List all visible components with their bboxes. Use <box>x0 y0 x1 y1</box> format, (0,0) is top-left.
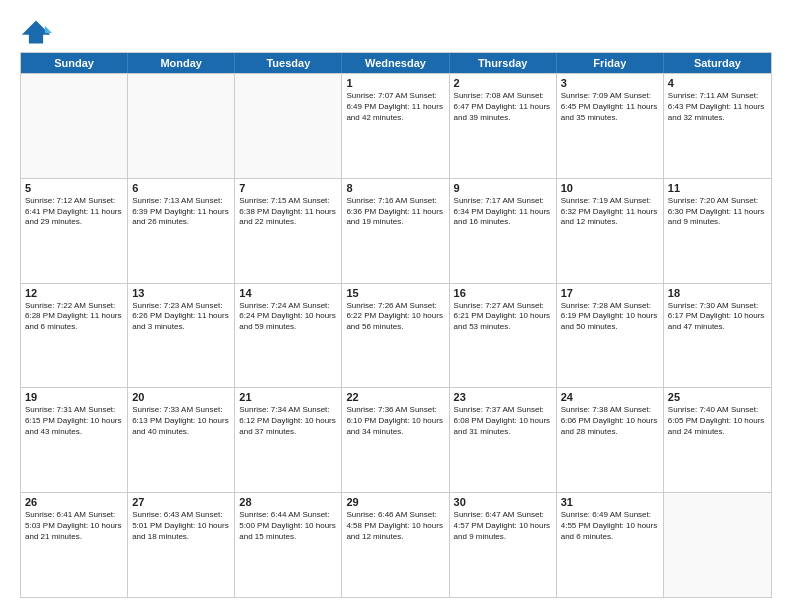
calendar-cell: 16Sunrise: 7:27 AM Sunset: 6:21 PM Dayli… <box>450 284 557 388</box>
day-number: 15 <box>346 287 444 299</box>
day-number: 16 <box>454 287 552 299</box>
page: SundayMondayTuesdayWednesdayThursdayFrid… <box>0 0 792 612</box>
calendar-cell: 18Sunrise: 7:30 AM Sunset: 6:17 PM Dayli… <box>664 284 771 388</box>
day-number: 28 <box>239 496 337 508</box>
day-number: 12 <box>25 287 123 299</box>
day-info: Sunrise: 7:34 AM Sunset: 6:12 PM Dayligh… <box>239 405 337 437</box>
calendar-cell: 7Sunrise: 7:15 AM Sunset: 6:38 PM Daylig… <box>235 179 342 283</box>
calendar-cell: 3Sunrise: 7:09 AM Sunset: 6:45 PM Daylig… <box>557 74 664 178</box>
day-number: 7 <box>239 182 337 194</box>
day-number: 22 <box>346 391 444 403</box>
calendar-cell: 29Sunrise: 6:46 AM Sunset: 4:58 PM Dayli… <box>342 493 449 597</box>
day-info: Sunrise: 7:26 AM Sunset: 6:22 PM Dayligh… <box>346 301 444 333</box>
day-number: 2 <box>454 77 552 89</box>
day-number: 4 <box>668 77 767 89</box>
day-info: Sunrise: 7:15 AM Sunset: 6:38 PM Dayligh… <box>239 196 337 228</box>
calendar-cell: 14Sunrise: 7:24 AM Sunset: 6:24 PM Dayli… <box>235 284 342 388</box>
day-info: Sunrise: 7:11 AM Sunset: 6:43 PM Dayligh… <box>668 91 767 123</box>
day-info: Sunrise: 7:22 AM Sunset: 6:28 PM Dayligh… <box>25 301 123 333</box>
day-info: Sunrise: 6:46 AM Sunset: 4:58 PM Dayligh… <box>346 510 444 542</box>
day-number: 5 <box>25 182 123 194</box>
day-info: Sunrise: 7:27 AM Sunset: 6:21 PM Dayligh… <box>454 301 552 333</box>
day-info: Sunrise: 7:17 AM Sunset: 6:34 PM Dayligh… <box>454 196 552 228</box>
day-number: 19 <box>25 391 123 403</box>
calendar-cell: 13Sunrise: 7:23 AM Sunset: 6:26 PM Dayli… <box>128 284 235 388</box>
day-number: 17 <box>561 287 659 299</box>
calendar-header-day: Tuesday <box>235 53 342 73</box>
calendar-cell: 11Sunrise: 7:20 AM Sunset: 6:30 PM Dayli… <box>664 179 771 283</box>
day-info: Sunrise: 7:13 AM Sunset: 6:39 PM Dayligh… <box>132 196 230 228</box>
day-number: 20 <box>132 391 230 403</box>
calendar-cell: 24Sunrise: 7:38 AM Sunset: 6:06 PM Dayli… <box>557 388 664 492</box>
day-info: Sunrise: 6:44 AM Sunset: 5:00 PM Dayligh… <box>239 510 337 542</box>
day-info: Sunrise: 7:20 AM Sunset: 6:30 PM Dayligh… <box>668 196 767 228</box>
calendar-header-day: Sunday <box>21 53 128 73</box>
calendar: SundayMondayTuesdayWednesdayThursdayFrid… <box>20 52 772 598</box>
day-info: Sunrise: 7:07 AM Sunset: 6:49 PM Dayligh… <box>346 91 444 123</box>
calendar-cell: 19Sunrise: 7:31 AM Sunset: 6:15 PM Dayli… <box>21 388 128 492</box>
calendar-cell <box>664 493 771 597</box>
calendar-body: 1Sunrise: 7:07 AM Sunset: 6:49 PM Daylig… <box>21 73 771 597</box>
calendar-week: 12Sunrise: 7:22 AM Sunset: 6:28 PM Dayli… <box>21 283 771 388</box>
calendar-cell: 9Sunrise: 7:17 AM Sunset: 6:34 PM Daylig… <box>450 179 557 283</box>
logo <box>20 18 56 46</box>
calendar-cell: 10Sunrise: 7:19 AM Sunset: 6:32 PM Dayli… <box>557 179 664 283</box>
day-number: 29 <box>346 496 444 508</box>
calendar-cell: 31Sunrise: 6:49 AM Sunset: 4:55 PM Dayli… <box>557 493 664 597</box>
calendar-cell: 25Sunrise: 7:40 AM Sunset: 6:05 PM Dayli… <box>664 388 771 492</box>
header <box>20 18 772 46</box>
logo-icon <box>20 18 52 46</box>
calendar-cell: 17Sunrise: 7:28 AM Sunset: 6:19 PM Dayli… <box>557 284 664 388</box>
day-number: 18 <box>668 287 767 299</box>
calendar-cell: 15Sunrise: 7:26 AM Sunset: 6:22 PM Dayli… <box>342 284 449 388</box>
calendar-cell: 2Sunrise: 7:08 AM Sunset: 6:47 PM Daylig… <box>450 74 557 178</box>
day-number: 11 <box>668 182 767 194</box>
day-info: Sunrise: 7:12 AM Sunset: 6:41 PM Dayligh… <box>25 196 123 228</box>
day-info: Sunrise: 6:43 AM Sunset: 5:01 PM Dayligh… <box>132 510 230 542</box>
calendar-cell: 12Sunrise: 7:22 AM Sunset: 6:28 PM Dayli… <box>21 284 128 388</box>
calendar-cell <box>21 74 128 178</box>
day-info: Sunrise: 7:37 AM Sunset: 6:08 PM Dayligh… <box>454 405 552 437</box>
calendar-cell: 20Sunrise: 7:33 AM Sunset: 6:13 PM Dayli… <box>128 388 235 492</box>
day-number: 25 <box>668 391 767 403</box>
day-number: 26 <box>25 496 123 508</box>
day-number: 31 <box>561 496 659 508</box>
calendar-cell: 28Sunrise: 6:44 AM Sunset: 5:00 PM Dayli… <box>235 493 342 597</box>
calendar-header-row: SundayMondayTuesdayWednesdayThursdayFrid… <box>21 53 771 73</box>
calendar-cell: 1Sunrise: 7:07 AM Sunset: 6:49 PM Daylig… <box>342 74 449 178</box>
calendar-week: 19Sunrise: 7:31 AM Sunset: 6:15 PM Dayli… <box>21 387 771 492</box>
day-number: 21 <box>239 391 337 403</box>
day-info: Sunrise: 6:47 AM Sunset: 4:57 PM Dayligh… <box>454 510 552 542</box>
day-info: Sunrise: 7:28 AM Sunset: 6:19 PM Dayligh… <box>561 301 659 333</box>
day-info: Sunrise: 6:41 AM Sunset: 5:03 PM Dayligh… <box>25 510 123 542</box>
day-number: 24 <box>561 391 659 403</box>
day-info: Sunrise: 7:16 AM Sunset: 6:36 PM Dayligh… <box>346 196 444 228</box>
calendar-header-day: Friday <box>557 53 664 73</box>
day-number: 27 <box>132 496 230 508</box>
day-info: Sunrise: 7:08 AM Sunset: 6:47 PM Dayligh… <box>454 91 552 123</box>
day-info: Sunrise: 7:36 AM Sunset: 6:10 PM Dayligh… <box>346 405 444 437</box>
day-number: 6 <box>132 182 230 194</box>
calendar-week: 1Sunrise: 7:07 AM Sunset: 6:49 PM Daylig… <box>21 73 771 178</box>
calendar-cell: 27Sunrise: 6:43 AM Sunset: 5:01 PM Dayli… <box>128 493 235 597</box>
calendar-cell: 5Sunrise: 7:12 AM Sunset: 6:41 PM Daylig… <box>21 179 128 283</box>
day-info: Sunrise: 7:31 AM Sunset: 6:15 PM Dayligh… <box>25 405 123 437</box>
calendar-cell: 21Sunrise: 7:34 AM Sunset: 6:12 PM Dayli… <box>235 388 342 492</box>
calendar-header-day: Wednesday <box>342 53 449 73</box>
day-number: 3 <box>561 77 659 89</box>
day-number: 9 <box>454 182 552 194</box>
calendar-cell: 6Sunrise: 7:13 AM Sunset: 6:39 PM Daylig… <box>128 179 235 283</box>
day-number: 30 <box>454 496 552 508</box>
day-info: Sunrise: 7:23 AM Sunset: 6:26 PM Dayligh… <box>132 301 230 333</box>
day-number: 23 <box>454 391 552 403</box>
calendar-header-day: Monday <box>128 53 235 73</box>
calendar-cell: 30Sunrise: 6:47 AM Sunset: 4:57 PM Dayli… <box>450 493 557 597</box>
day-info: Sunrise: 7:19 AM Sunset: 6:32 PM Dayligh… <box>561 196 659 228</box>
day-info: Sunrise: 6:49 AM Sunset: 4:55 PM Dayligh… <box>561 510 659 542</box>
calendar-cell: 26Sunrise: 6:41 AM Sunset: 5:03 PM Dayli… <box>21 493 128 597</box>
day-info: Sunrise: 7:33 AM Sunset: 6:13 PM Dayligh… <box>132 405 230 437</box>
day-info: Sunrise: 7:24 AM Sunset: 6:24 PM Dayligh… <box>239 301 337 333</box>
calendar-week: 5Sunrise: 7:12 AM Sunset: 6:41 PM Daylig… <box>21 178 771 283</box>
day-info: Sunrise: 7:38 AM Sunset: 6:06 PM Dayligh… <box>561 405 659 437</box>
day-number: 14 <box>239 287 337 299</box>
